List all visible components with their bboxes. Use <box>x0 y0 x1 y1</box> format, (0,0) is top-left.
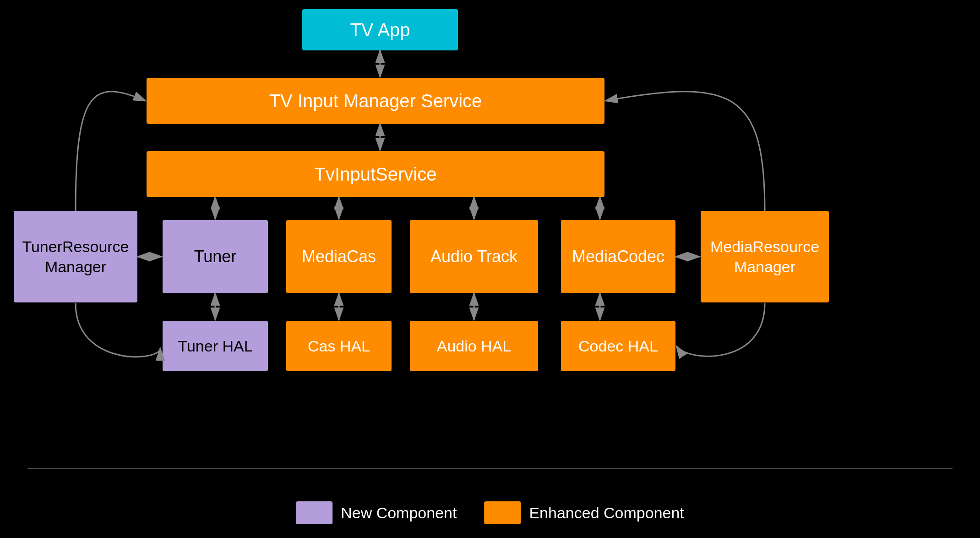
media-codec-box: MediaCodec <box>561 220 675 293</box>
legend-orange-box <box>484 501 521 524</box>
audio-track-box: Audio Track <box>410 220 538 293</box>
cas-hal-box: Cas HAL <box>286 321 392 371</box>
legend-divider <box>27 468 953 469</box>
tv-app-box: TV App <box>302 9 458 50</box>
media-resource-manager-box: MediaResourceManager <box>701 211 829 302</box>
tuner-hal-box: Tuner HAL <box>163 321 268 371</box>
legend-new-component-label: New Component <box>341 504 457 522</box>
legend-enhanced-component: Enhanced Component <box>484 501 684 524</box>
tv-input-manager-box: TV Input Manager Service <box>147 78 604 124</box>
legend-purple-box <box>296 501 332 524</box>
legend-enhanced-component-label: Enhanced Component <box>529 504 684 522</box>
media-cas-box: MediaCas <box>286 220 392 293</box>
tv-input-service-box: TvInputService <box>147 151 604 197</box>
tuner-box: Tuner <box>163 220 268 293</box>
codec-hal-box: Codec HAL <box>561 321 675 371</box>
legend: New Component Enhanced Component <box>296 501 684 524</box>
audio-hal-box: Audio HAL <box>410 321 538 371</box>
diagram-container: TV App TV Input Manager Service TvInputS… <box>0 0 980 538</box>
legend-new-component: New Component <box>296 501 457 524</box>
tuner-resource-manager-box: TunerResourceManager <box>14 211 137 302</box>
